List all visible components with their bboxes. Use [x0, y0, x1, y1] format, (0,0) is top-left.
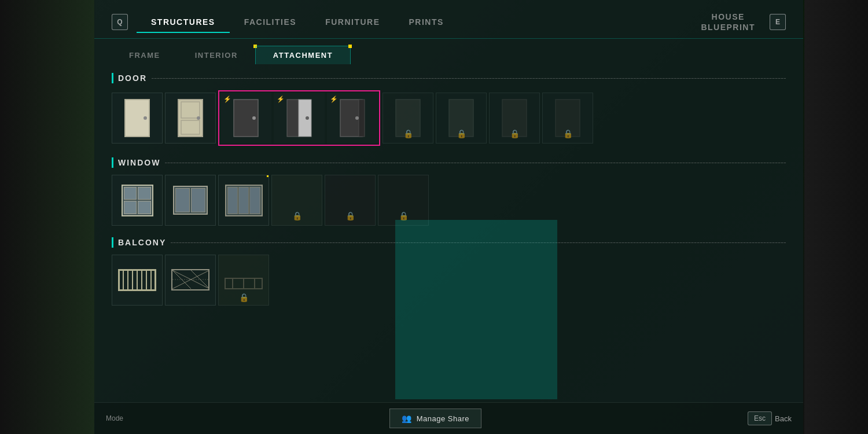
door-item-9[interactable]: 🔒 — [542, 93, 593, 144]
svg-rect-20 — [118, 269, 120, 291]
door-item-3[interactable]: ⚡ — [220, 93, 271, 144]
door-item-7[interactable]: 🔒 — [436, 93, 487, 144]
sub-nav: FRAME INTERIOR ATTACHMENT — [94, 39, 803, 64]
window-item-1[interactable] — [112, 175, 163, 226]
svg-rect-26 — [141, 271, 142, 289]
sub-tab-attachment[interactable]: ATTACHMENT — [255, 46, 351, 64]
window-section-header: WINDOW — [112, 157, 786, 168]
tab-structures[interactable]: STRUCTURES — [137, 12, 230, 32]
door-section-header: DOOR — [112, 73, 786, 83]
manage-share-button[interactable]: 👥 Manage Share — [389, 409, 481, 428]
person-icon: 👥 — [402, 414, 412, 423]
lock-icon-b3: 🔒 — [239, 293, 249, 302]
door-indicator — [112, 73, 113, 83]
lock-icon-w6: 🔒 — [399, 211, 409, 220]
sub-tab-frame[interactable]: FRAME — [112, 46, 178, 64]
svg-rect-29 — [171, 269, 209, 270]
window-items-grid: 🔒 🔒 🔒 — [112, 175, 786, 226]
svg-rect-41 — [225, 288, 263, 289]
svg-rect-25 — [137, 271, 138, 289]
door-item-2[interactable] — [165, 93, 216, 144]
svg-rect-39 — [225, 278, 226, 289]
svg-rect-12 — [359, 100, 365, 137]
door-item-6[interactable]: 🔒 — [382, 93, 433, 144]
tab-prints[interactable]: PRINTS — [395, 12, 458, 32]
svg-rect-23 — [127, 271, 128, 289]
balcony-item-1[interactable] — [112, 255, 163, 306]
svg-point-1 — [144, 116, 147, 120]
main-panel: Q STRUCTURES FACILITIES FURNITURE PRINTS… — [94, 0, 803, 434]
window-item-6[interactable]: 🔒 — [378, 175, 429, 226]
background-right — [804, 0, 868, 434]
bottom-bar: Mode 👥 Manage Share Esc Back — [94, 402, 803, 434]
mode-label: Mode — [106, 414, 123, 422]
top-nav: Q STRUCTURES FACILITIES FURNITURE PRINTS… — [94, 0, 803, 39]
door-divider — [152, 78, 786, 79]
svg-rect-40 — [262, 278, 263, 289]
esc-key[interactable]: Esc — [748, 411, 772, 425]
lock-icon-6: 🔒 — [403, 129, 413, 138]
lock-icon-8: 🔒 — [510, 129, 520, 138]
lightning-icon-3: ⚡ — [223, 95, 231, 103]
attachment-corner-mark — [348, 45, 352, 48]
svg-point-13 — [355, 116, 359, 120]
balcony-item-3[interactable]: 🔒 — [218, 255, 269, 306]
svg-rect-28 — [150, 271, 152, 289]
window-item-3[interactable] — [218, 175, 269, 226]
background-left — [0, 0, 95, 434]
tab-facilities[interactable]: FACILITIES — [230, 12, 311, 32]
door-item-5[interactable]: ⚡ — [327, 93, 378, 144]
window-3-corner — [267, 175, 269, 177]
e-key-badge: E — [770, 14, 786, 30]
tab-house-blueprint[interactable]: HOUSEBLUEPRINT — [692, 6, 764, 38]
lock-icon-w5: 🔒 — [345, 211, 355, 220]
svg-rect-42 — [232, 279, 233, 288]
svg-rect-24 — [132, 271, 133, 289]
svg-rect-19 — [118, 289, 156, 291]
svg-rect-21 — [155, 269, 156, 291]
back-label: Back — [775, 414, 792, 423]
svg-rect-43 — [243, 279, 244, 288]
svg-rect-38 — [225, 278, 263, 279]
content-area: DOOR — [94, 64, 803, 402]
svg-rect-27 — [146, 271, 147, 289]
balcony-items-grid: 🔒 — [112, 255, 786, 306]
svg-rect-18 — [118, 269, 156, 271]
svg-point-10 — [306, 116, 309, 120]
window-item-2[interactable] — [165, 175, 216, 226]
svg-rect-32 — [208, 269, 209, 290]
lock-icon-9: 🔒 — [563, 129, 573, 138]
door-item-8[interactable]: 🔒 — [489, 93, 540, 144]
svg-rect-8 — [287, 100, 299, 137]
door-section: DOOR — [112, 73, 786, 146]
q-key-badge: Q — [112, 14, 128, 30]
window-item-5[interactable]: 🔒 — [325, 175, 376, 226]
balcony-section-header: BALCONY — [112, 237, 786, 248]
lightning-icon-4: ⚡ — [277, 95, 285, 103]
window-section-title: WINDOW — [118, 158, 160, 167]
tab-furniture[interactable]: FURNITURE — [311, 12, 394, 32]
window-indicator — [112, 157, 113, 168]
balcony-section: BALCONY — [112, 237, 786, 306]
svg-rect-22 — [123, 271, 124, 289]
door-item-1[interactable] — [112, 93, 163, 144]
balcony-divider — [171, 242, 786, 243]
svg-rect-44 — [254, 279, 255, 288]
svg-rect-30 — [171, 289, 209, 290]
lock-icon-7: 🔒 — [457, 129, 466, 138]
lightning-icon-5: ⚡ — [330, 95, 338, 103]
door-item-4[interactable]: ⚡ — [274, 93, 325, 144]
balcony-section-title: BALCONY — [118, 238, 166, 247]
svg-point-5 — [197, 116, 200, 120]
door-selected-group: ⚡ ⚡ — [218, 90, 380, 146]
svg-point-7 — [252, 116, 256, 120]
balcony-indicator — [112, 237, 113, 248]
window-item-4[interactable]: 🔒 — [271, 175, 322, 226]
lock-icon-w4: 🔒 — [292, 211, 302, 220]
svg-rect-31 — [171, 269, 172, 290]
sub-tab-interior[interactable]: INTERIOR — [178, 46, 255, 64]
balcony-item-2[interactable] — [165, 255, 216, 306]
manage-share-label: Manage Share — [417, 414, 469, 423]
window-section: WINDOW — [112, 157, 786, 226]
door-section-title: DOOR — [118, 73, 147, 83]
